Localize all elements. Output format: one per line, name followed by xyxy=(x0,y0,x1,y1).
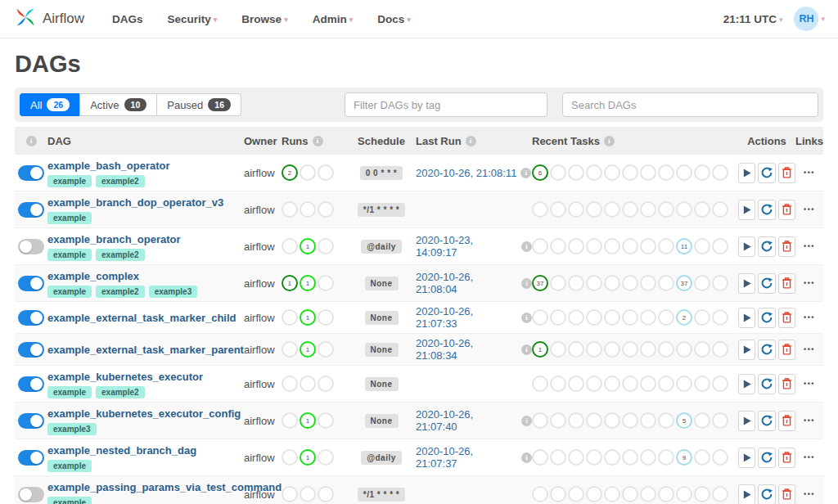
task-state-circle[interactable] xyxy=(568,275,584,291)
trigger-dag-button[interactable] xyxy=(738,374,755,394)
nav-item-docs[interactable]: Docs▾ xyxy=(377,13,411,25)
task-state-circle[interactable] xyxy=(676,341,692,358)
task-state-circle[interactable] xyxy=(532,449,548,466)
dag-name-link[interactable]: example_external_task_marker_child xyxy=(47,312,237,324)
task-state-circle[interactable] xyxy=(658,201,674,218)
task-state-circle[interactable] xyxy=(640,309,656,326)
task-state-circle[interactable] xyxy=(532,309,548,326)
tag-filter-input[interactable] xyxy=(345,92,547,117)
task-state-circle[interactable] xyxy=(658,486,674,502)
task-state-circle[interactable] xyxy=(622,412,638,429)
run-state-circle[interactable] xyxy=(282,449,298,466)
trigger-dag-button[interactable] xyxy=(738,484,755,504)
task-state-circle[interactable] xyxy=(640,486,656,502)
task-state-circle[interactable]: 5 xyxy=(676,412,692,429)
task-state-circle[interactable] xyxy=(568,341,584,358)
run-state-circle[interactable] xyxy=(282,376,298,392)
task-state-circle[interactable] xyxy=(568,238,584,254)
task-state-circle[interactable] xyxy=(658,309,674,326)
dag-name-link[interactable]: example_nested_branch_dag xyxy=(47,444,196,457)
last-run-link[interactable]: 2020-10-23, 14:09:17 xyxy=(416,234,517,259)
task-state-circle[interactable] xyxy=(568,201,584,218)
dag-name-link[interactable]: example_branch_operator xyxy=(47,233,181,245)
links-menu[interactable]: ••• xyxy=(795,490,823,498)
dag-pause-toggle[interactable] xyxy=(18,487,44,502)
task-state-circle[interactable] xyxy=(694,238,710,254)
task-state-circle[interactable] xyxy=(604,376,620,392)
task-state-circle[interactable] xyxy=(712,238,728,254)
task-state-circle[interactable] xyxy=(604,238,620,254)
task-state-circle[interactable] xyxy=(658,412,674,429)
task-state-circle[interactable]: 1 xyxy=(532,341,548,358)
links-menu[interactable]: ••• xyxy=(795,380,823,388)
dag-tag-badge[interactable]: example2 xyxy=(96,286,145,298)
task-state-circle[interactable] xyxy=(532,486,548,502)
run-state-circle[interactable] xyxy=(318,412,334,429)
task-state-circle[interactable] xyxy=(694,341,710,358)
run-state-circle[interactable]: 2 xyxy=(282,164,298,181)
nav-item-browse[interactable]: Browse▾ xyxy=(241,13,287,25)
task-state-circle[interactable] xyxy=(676,376,692,392)
run-state-circle[interactable] xyxy=(282,309,298,326)
task-state-circle[interactable] xyxy=(712,275,728,291)
run-state-circle[interactable] xyxy=(300,164,316,181)
dag-pause-toggle[interactable] xyxy=(18,342,44,358)
dag-name-link[interactable]: example_kubernetes_executor xyxy=(47,371,203,383)
links-menu[interactable]: ••• xyxy=(795,169,823,177)
task-state-circle[interactable] xyxy=(712,376,728,392)
dag-name-link[interactable]: example_branch_dop_operator_v3 xyxy=(47,196,223,209)
dag-pause-toggle[interactable] xyxy=(18,450,44,466)
run-state-circle[interactable] xyxy=(300,376,316,392)
run-state-circle[interactable] xyxy=(282,341,298,358)
dag-pause-toggle[interactable] xyxy=(18,276,44,291)
task-state-circle[interactable]: 11 xyxy=(676,238,692,254)
links-menu[interactable]: ••• xyxy=(795,313,823,322)
delete-dag-button[interactable] xyxy=(778,484,795,504)
task-state-circle[interactable] xyxy=(658,164,674,181)
task-state-circle[interactable] xyxy=(676,164,692,181)
task-state-circle[interactable] xyxy=(586,201,602,218)
refresh-dag-button[interactable] xyxy=(758,273,775,294)
task-state-circle[interactable] xyxy=(622,486,638,502)
task-state-circle[interactable] xyxy=(568,164,584,181)
task-state-circle[interactable]: 2 xyxy=(676,309,692,326)
run-state-circle[interactable] xyxy=(282,201,298,218)
dag-name-link[interactable]: example_external_task_marker_parent xyxy=(47,344,244,356)
task-state-circle[interactable] xyxy=(550,412,566,429)
task-state-circle[interactable] xyxy=(712,486,728,502)
links-menu[interactable]: ••• xyxy=(795,205,823,214)
run-state-circle[interactable]: 1 xyxy=(300,412,316,429)
task-state-circle[interactable] xyxy=(694,201,710,218)
task-state-circle[interactable] xyxy=(550,486,566,502)
links-menu[interactable]: ••• xyxy=(795,416,823,425)
nav-item-admin[interactable]: Admin▾ xyxy=(313,13,354,25)
links-menu[interactable]: ••• xyxy=(795,279,823,287)
run-state-circle[interactable] xyxy=(300,201,316,218)
dag-tag-badge[interactable]: example2 xyxy=(96,175,145,187)
last-run-link[interactable]: 2020-10-26, 21:08:34 xyxy=(416,337,517,362)
task-state-circle[interactable] xyxy=(604,412,620,429)
task-state-circle[interactable] xyxy=(694,412,710,429)
task-state-circle[interactable] xyxy=(568,449,584,466)
task-state-circle[interactable] xyxy=(622,449,638,466)
task-state-circle[interactable] xyxy=(658,275,674,291)
task-state-circle[interactable] xyxy=(640,412,656,429)
task-state-circle[interactable] xyxy=(622,201,638,218)
task-state-circle[interactable] xyxy=(532,412,548,429)
delete-dag-button[interactable] xyxy=(778,448,795,468)
trigger-dag-button[interactable] xyxy=(738,411,755,431)
task-state-circle[interactable] xyxy=(676,486,692,502)
delete-dag-button[interactable] xyxy=(778,411,795,431)
dag-tag-badge[interactable]: example xyxy=(47,497,92,504)
task-state-circle[interactable] xyxy=(568,412,584,429)
task-state-circle[interactable] xyxy=(658,238,674,254)
dag-name-link[interactable]: example_kubernetes_executor_config xyxy=(47,407,241,420)
task-state-circle[interactable] xyxy=(622,164,638,181)
delete-dag-button[interactable] xyxy=(778,200,795,220)
task-state-circle[interactable]: 37 xyxy=(532,275,548,291)
refresh-dag-button[interactable] xyxy=(758,236,775,257)
task-state-circle[interactable] xyxy=(640,238,656,254)
run-state-circle[interactable] xyxy=(318,238,334,254)
delete-dag-button[interactable] xyxy=(778,236,795,257)
run-state-circle[interactable] xyxy=(318,341,334,358)
